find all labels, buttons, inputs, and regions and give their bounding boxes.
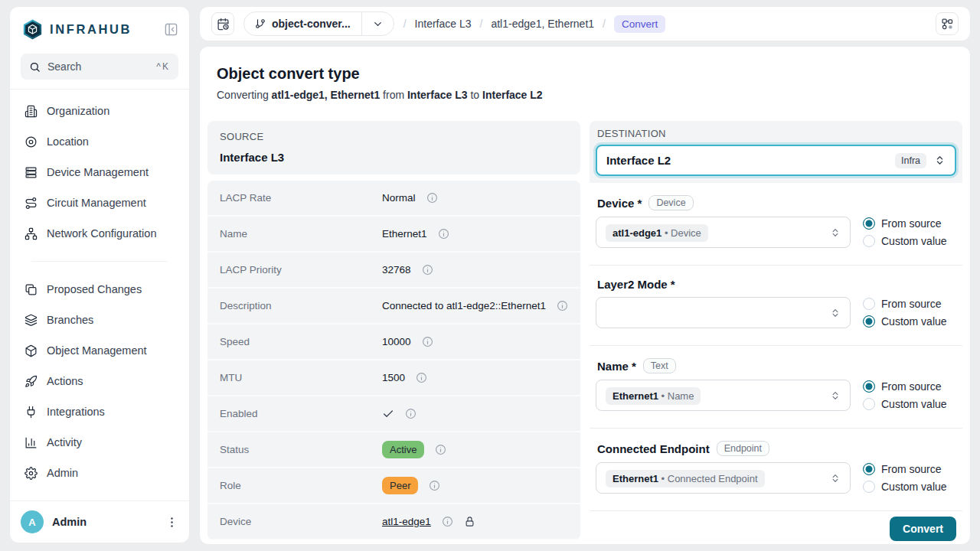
search-shortcut: ^K <box>156 61 170 72</box>
value-mode-radio-group: From sourceCustom value <box>863 298 956 328</box>
field-select[interactable] <box>596 297 851 328</box>
attribute-value: 10000 <box>382 336 411 347</box>
info-icon[interactable] <box>405 408 416 419</box>
sidebar-item-branches[interactable]: Branches <box>18 305 181 335</box>
field-kind-badge: Text <box>643 358 676 373</box>
chip-name: Ethernet1 <box>612 473 658 484</box>
workflow-icon <box>941 18 954 31</box>
sidebar-item-label: Object Management <box>47 344 147 357</box>
radio-custom-value-label: Custom value <box>881 481 947 493</box>
info-icon[interactable] <box>438 228 449 240</box>
field-select[interactable]: Ethernet1 • Connected Endpoint <box>596 462 851 494</box>
radio-custom-value-control[interactable] <box>863 235 875 247</box>
breadcrumb-item[interactable]: Interface L3 <box>415 18 472 30</box>
radio-from-source[interactable]: From source <box>863 217 956 230</box>
chip-name: atl1-edge1 <box>612 227 662 239</box>
info-icon[interactable] <box>429 480 440 491</box>
info-icon[interactable] <box>422 264 433 276</box>
source-row-value: Active <box>382 441 446 458</box>
field-select[interactable]: Ethernet1 • Name <box>596 380 851 411</box>
status-badge: Peer <box>382 477 418 494</box>
info-icon[interactable] <box>422 336 433 347</box>
info-icon[interactable] <box>442 516 453 527</box>
source-row-label: Description <box>220 300 382 311</box>
field-select[interactable]: atl1-edge1 • Device <box>596 217 851 248</box>
radio-from-source[interactable]: From source <box>863 298 956 310</box>
sidebar-item-proposed-changes[interactable]: Proposed Changes <box>18 274 181 305</box>
field-label: Name * <box>597 360 636 373</box>
select-caret-icon <box>934 155 946 166</box>
sidebar-item-organization[interactable]: Organization <box>18 96 181 126</box>
server-icon <box>24 166 38 179</box>
source-row-value: Normal <box>382 192 438 204</box>
convert-button[interactable]: Convert <box>890 517 956 541</box>
source-row-value: 10000 <box>382 336 433 347</box>
caret-updown-icon <box>830 227 841 238</box>
source-row-label: Name <box>220 228 382 240</box>
user-menu-kebab-icon[interactable] <box>165 516 178 529</box>
breadcrumb: /Interface L3/atl1-edge1, Ethernet1/Conv… <box>403 15 666 33</box>
sidebar-item-circuit-management[interactable]: Circuit Management <box>18 187 181 218</box>
breadcrumb-item[interactable]: Convert <box>614 15 665 33</box>
schema-workflow-button[interactable] <box>936 12 959 35</box>
sidebar-item-location[interactable]: Location <box>18 126 181 157</box>
attribute-value: 1500 <box>382 372 405 383</box>
related-object-link[interactable]: atl1-edge1 <box>382 516 431 527</box>
branch-selector-value[interactable]: object-conver... <box>244 12 361 35</box>
radio-custom-value-control[interactable] <box>863 481 875 493</box>
circle-dot-icon <box>24 135 38 148</box>
info-icon[interactable] <box>426 192 438 204</box>
sidebar-item-object-management[interactable]: Object Management <box>18 335 181 366</box>
radio-from-source-control[interactable] <box>863 380 875 393</box>
field-body: Ethernet1 • NameFrom sourceCustom value <box>596 380 956 411</box>
sidebar-item-admin[interactable]: Admin <box>18 458 181 488</box>
source-row: Speed10000 <box>207 324 580 360</box>
field-kind-badge: Endpoint <box>717 441 769 456</box>
sidebar-collapse-icon[interactable] <box>164 22 178 37</box>
radio-custom-value-control[interactable] <box>863 315 875 328</box>
radio-from-source-control[interactable] <box>863 217 875 230</box>
source-row-value: 1500 <box>382 372 427 383</box>
info-icon[interactable] <box>416 372 427 383</box>
page-title: Object convert type <box>217 65 953 83</box>
field-select-value: Ethernet1 • Connected Endpoint <box>606 471 765 485</box>
info-icon[interactable] <box>557 300 568 311</box>
radio-from-source-control[interactable] <box>863 463 875 475</box>
sidebar-group-divider <box>31 261 168 262</box>
radio-from-source[interactable]: From source <box>863 463 956 475</box>
radio-custom-value[interactable]: Custom value <box>863 235 956 247</box>
breadcrumb-item[interactable]: atl1-edge1, Ethernet1 <box>491 18 594 30</box>
radio-custom-value-label: Custom value <box>881 315 947 328</box>
breadcrumb-separator: / <box>603 18 606 30</box>
sidebar-item-label: Branches <box>47 314 93 326</box>
source-row: Enabled <box>207 396 580 432</box>
field-label: Device * <box>597 197 642 210</box>
branch-selector[interactable]: object-conver... <box>243 11 394 36</box>
branch-dropdown-toggle[interactable] <box>361 12 394 35</box>
radio-custom-value[interactable]: Custom value <box>863 315 956 328</box>
chip-name: Ethernet1 <box>612 390 658 402</box>
caret-updown-icon <box>830 308 841 318</box>
git-branch-icon <box>255 18 266 29</box>
info-icon[interactable] <box>435 444 446 455</box>
destination-type-select[interactable]: Interface L2 Infra <box>596 145 956 176</box>
radio-from-source[interactable]: From source <box>863 380 956 393</box>
source-row: Deviceatl1-edge1 <box>207 504 580 540</box>
source-type: Interface L3 <box>220 151 568 164</box>
radio-from-source-control[interactable] <box>863 298 875 310</box>
sidebar-item-device-management[interactable]: Device Management <box>18 157 181 187</box>
sidebar-item-activity[interactable]: Activity <box>18 427 181 458</box>
radio-custom-value[interactable]: Custom value <box>863 398 956 410</box>
radio-from-source-label: From source <box>881 380 942 393</box>
sidebar-item-actions[interactable]: Actions <box>18 366 181 396</box>
radio-custom-value[interactable]: Custom value <box>863 481 956 493</box>
namespace-badge: Infra <box>895 153 926 168</box>
source-row: LACP RateNormal <box>207 181 580 217</box>
source-label: SOURCE <box>220 131 568 142</box>
search-input[interactable]: Search ^K <box>21 54 178 80</box>
radio-custom-value-control[interactable] <box>863 398 875 410</box>
sidebar-item-network-configuration[interactable]: Network Configuration <box>18 218 181 249</box>
calendar-clock-button[interactable] <box>211 12 234 35</box>
source-row: DescriptionConnected to atl1-edge2::Ethe… <box>207 289 580 324</box>
sidebar-item-integrations[interactable]: Integrations <box>18 396 181 427</box>
